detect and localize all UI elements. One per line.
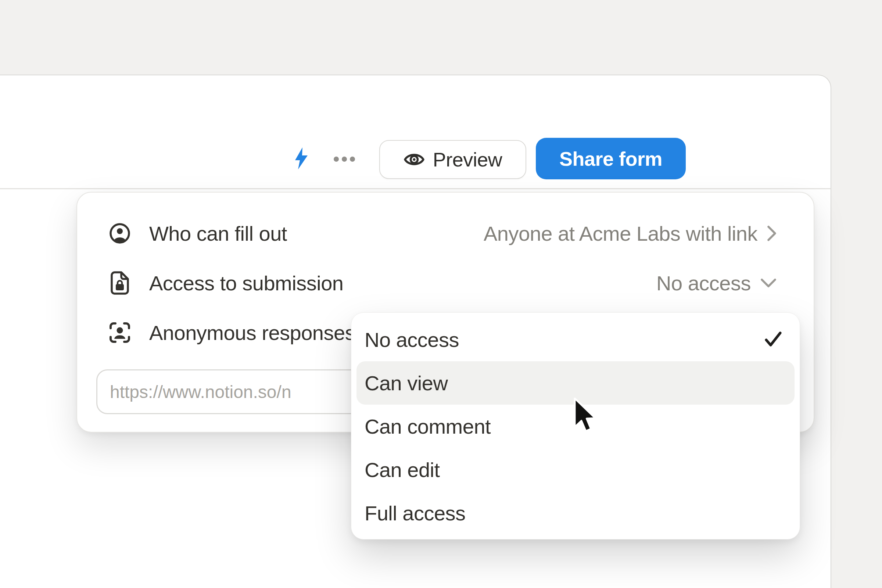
mouse-cursor-arrow [573, 398, 600, 436]
menu-item-label: No access [364, 328, 459, 352]
menu-item-label: Full access [364, 501, 466, 525]
access-to-submission-row[interactable]: Access to submission No access [77, 259, 814, 307]
row-label: Who can fill out [149, 222, 287, 246]
menu-item-can-edit[interactable]: Can edit [357, 448, 795, 491]
share-form-button[interactable]: Share form [536, 138, 686, 179]
more-options-button[interactable] [334, 156, 355, 162]
dot [342, 156, 347, 162]
row-value: Anyone at Acme Labs with link [484, 222, 758, 246]
menu-item-label: Can view [364, 371, 448, 395]
who-can-fill-out-row[interactable]: Who can fill out Anyone at Acme Labs wit… [77, 210, 814, 257]
person-scan-frame-icon [109, 321, 131, 345]
lightning-bolt-icon[interactable] [294, 147, 309, 170]
eye-icon [404, 152, 425, 168]
menu-item-full-access[interactable]: Full access [357, 491, 795, 535]
share-form-button-label: Share form [560, 147, 662, 170]
menu-item-label: Can comment [364, 414, 490, 438]
preview-button[interactable]: Preview [379, 140, 526, 179]
row-label: Anonymous responses [149, 321, 355, 345]
row-value: No access [656, 271, 751, 295]
document-lock-icon [109, 271, 131, 295]
chevron-right-icon [767, 225, 777, 242]
preview-button-label: Preview [433, 148, 502, 171]
person-circle-icon [109, 221, 131, 246]
dot [334, 156, 339, 162]
menu-item-no-access[interactable]: No access [357, 318, 795, 361]
header-divider [0, 188, 831, 189]
row-label: Access to submission [149, 271, 343, 295]
dot [350, 156, 355, 162]
menu-item-label: Can edit [364, 458, 440, 482]
checkmark-icon [764, 331, 782, 348]
chevron-down-icon [760, 278, 777, 288]
